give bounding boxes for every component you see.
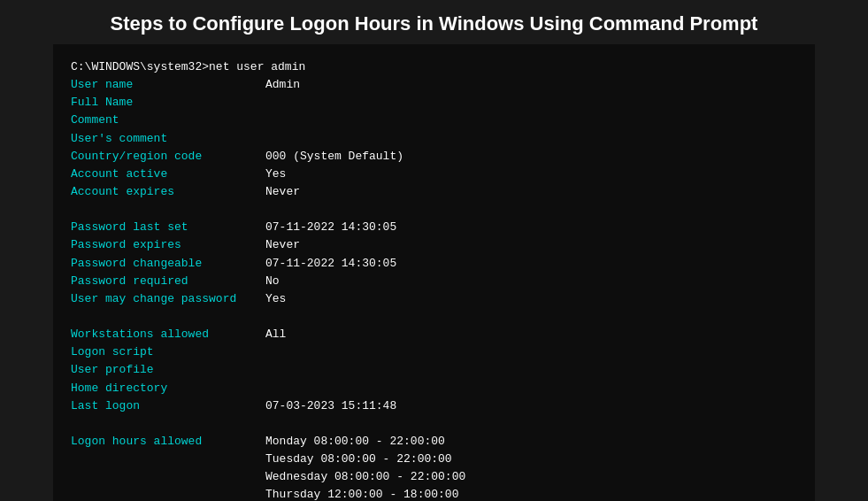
table-row: Password last set07-11-2022 14:30:05 [71, 219, 797, 236]
row-label: User's comment [71, 130, 265, 148]
table-row: Account activeYes [71, 166, 797, 183]
row-label [71, 468, 265, 486]
table-row: User nameAdmin [71, 76, 797, 94]
row-value: Never [265, 236, 300, 254]
row-value: 07-11-2022 14:30:05 [265, 219, 396, 236]
row-value: Yes [265, 166, 286, 183]
table-row: Tuesday 08:00:00 - 22:00:00 [71, 451, 797, 468]
terminal-container: C:\WINDOWS\system32>net user admin User … [53, 44, 815, 501]
row-label [71, 451, 265, 468]
row-label: User name [71, 76, 265, 94]
row-label: Account expires [71, 183, 265, 201]
row-label: Workstations allowed [71, 326, 265, 343]
page-title: Steps to Configure Logon Hours in Window… [0, 0, 868, 44]
table-row: Comment [71, 112, 797, 129]
row-label: User profile [71, 361, 265, 379]
table-row: Password requiredNo [71, 273, 797, 290]
row-value: Wednesday 08:00:00 - 22:00:00 [265, 468, 465, 486]
row-value: No [265, 273, 280, 290]
table-row: Wednesday 08:00:00 - 22:00:00 [71, 468, 797, 486]
row-label: Password required [71, 273, 265, 290]
table-row: Full Name [71, 94, 797, 112]
row-label: Password last set [71, 219, 265, 236]
table-row: Logon script [71, 343, 797, 361]
row-label: User may change password [71, 290, 265, 308]
row-value: All [265, 326, 286, 343]
row-label: Logon script [71, 343, 265, 361]
table-row: Account expiresNever [71, 183, 797, 201]
row-value: Tuesday 08:00:00 - 22:00:00 [265, 451, 452, 468]
row-label: Full Name [71, 94, 265, 112]
row-label: Last logon [71, 397, 265, 415]
table-row [71, 308, 797, 326]
row-label: Home directory [71, 380, 265, 397]
prompt-line: C:\WINDOWS\system32>net user admin [71, 58, 797, 76]
table-row: Workstations allowedAll [71, 326, 797, 343]
table-row: Country/region code000 (System Default) [71, 148, 797, 166]
row-label: Account active [71, 166, 265, 183]
row-value: Admin [265, 76, 300, 94]
table-row: Logon hours allowedMonday 08:00:00 - 22:… [71, 433, 797, 451]
row-label [71, 486, 265, 501]
row-value: Monday 08:00:00 - 22:00:00 [265, 433, 445, 451]
table-row [71, 201, 797, 219]
row-value: Thursday 12:00:00 - 18:00:00 [265, 486, 458, 501]
table-row: Password changeable07-11-2022 14:30:05 [71, 255, 797, 273]
row-label: Password expires [71, 236, 265, 254]
row-label: Comment [71, 112, 265, 129]
row-label: Country/region code [71, 148, 265, 166]
table-row: User's comment [71, 130, 797, 148]
row-value: 07-11-2022 14:30:05 [265, 255, 396, 273]
row-label: Password changeable [71, 255, 265, 273]
table-row: Password expiresNever [71, 236, 797, 254]
table-row: Last logon07-03-2023 15:11:48 [71, 397, 797, 415]
row-value: 07-03-2023 15:11:48 [265, 397, 396, 415]
row-value: Yes [265, 290, 286, 308]
table-row: Home directory [71, 380, 797, 397]
row-value: 000 (System Default) [265, 148, 403, 166]
table-row [71, 415, 797, 433]
row-value: Never [265, 183, 300, 201]
table-row: User profile [71, 361, 797, 379]
row-label: Logon hours allowed [71, 433, 265, 451]
table-row: Thursday 12:00:00 - 18:00:00 [71, 486, 797, 501]
table-row: User may change passwordYes [71, 290, 797, 308]
